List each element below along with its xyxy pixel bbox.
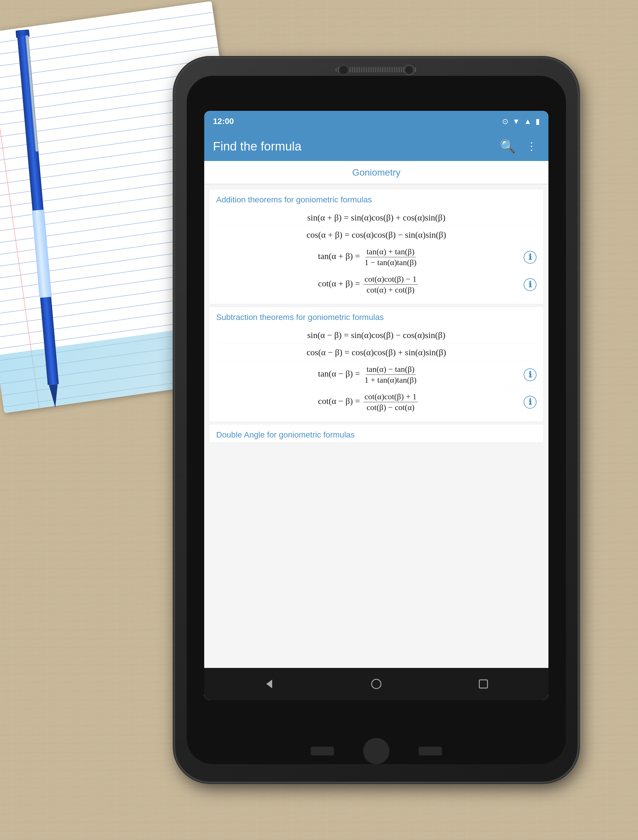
notification-icon: ⊙ <box>502 117 509 126</box>
signal-icon: ▲ <box>524 117 532 126</box>
info-button-tan-subtraction[interactable]: ℹ <box>524 368 537 381</box>
formula-row: sin(α + β) = sin(α)cos(β) + cos(α)sin(β) <box>216 209 537 226</box>
formula-tan-addition: tan(α + β) = tan(α) + tan(β) 1 − tan(α)t… <box>216 247 521 267</box>
svg-marker-0 <box>266 680 272 688</box>
wifi-icon: ▼ <box>513 117 520 126</box>
front-camera-left <box>338 65 349 75</box>
formula-cot-subtraction: cot(α − β) = cot(α)cot(β) + 1 cot(β) − c… <box>216 392 521 412</box>
formula-row: cos(α − β) = cos(α)cos(β) + sin(α)sin(β) <box>216 344 537 361</box>
formula-sin-subtraction: sin(α − β) = sin(α)cos(β) − cos(α)sin(β) <box>216 330 537 340</box>
app-bar: Find the formula 🔍 ⋮ <box>204 132 548 161</box>
addition-section: Addition theorems for goniometric formul… <box>209 189 544 304</box>
formula-row: cos(α + β) = cos(α)cos(β) − sin(α)sin(β) <box>216 226 537 243</box>
formula-cos-subtraction: cos(α − β) = cos(α)cos(β) + sin(α)sin(β) <box>216 347 537 357</box>
home-button[interactable] <box>365 672 388 696</box>
search-icon[interactable]: 🔍 <box>497 136 518 156</box>
info-button-cot-addition[interactable]: ℹ <box>524 278 537 291</box>
addition-section-title: Addition theorems for goniometric formul… <box>216 195 537 204</box>
hw-button-left <box>311 747 334 755</box>
formula-row: cot(α + β) = cot(α)cot(β) − 1 cot(α) + c… <box>216 271 537 298</box>
formulas-container: Addition theorems for goniometric formul… <box>204 184 548 447</box>
formula-sin-addition: sin(α + β) = sin(α)cos(β) + cos(α)sin(β) <box>216 213 537 223</box>
phone-device: 12:00 ⊙ ▼ ▲ ▮ Find the formula 🔍 ⋮ <box>175 58 578 782</box>
info-button-tan-addition[interactable]: ℹ <box>524 251 537 264</box>
info-button-cot-subtraction[interactable]: ℹ <box>524 396 537 409</box>
subtraction-section: Subtraction theorems for goniometric for… <box>209 306 544 422</box>
subtraction-section-title: Subtraction theorems for goniometric for… <box>216 313 537 322</box>
hw-button-center <box>363 738 390 764</box>
formula-row: cot(α − β) = cot(α)cot(β) + 1 cot(β) − c… <box>216 388 537 415</box>
phone-inner-bezel: 12:00 ⊙ ▼ ▲ ▮ Find the formula 🔍 ⋮ <box>187 76 566 764</box>
hw-button-right <box>418 747 442 755</box>
status-icons: ⊙ ▼ ▲ ▮ <box>502 117 540 126</box>
formula-row: tan(α − β) = tan(α) − tan(β) 1 + tan(α)t… <box>216 361 537 388</box>
formula-row: tan(α + β) = tan(α) + tan(β) 1 − tan(α)t… <box>216 243 537 271</box>
status-bar: 12:00 ⊙ ▼ ▲ ▮ <box>204 111 548 132</box>
svg-rect-2 <box>479 680 488 688</box>
status-time: 12:00 <box>213 117 234 126</box>
formula-cos-addition: cos(α + β) = cos(α)cos(β) − sin(α)sin(β) <box>216 230 537 240</box>
svg-point-1 <box>372 679 381 688</box>
recents-button[interactable] <box>472 672 495 696</box>
tab-goniometry[interactable]: Goniometry <box>346 167 406 178</box>
phone-screen: 12:00 ⊙ ▼ ▲ ▮ Find the formula 🔍 ⋮ <box>204 111 548 700</box>
battery-icon: ▮ <box>535 117 540 126</box>
formula-tan-subtraction: tan(α − β) = tan(α) − tan(β) 1 + tan(α)t… <box>216 365 521 385</box>
navigation-bar <box>204 668 548 700</box>
app-bar-icons: 🔍 ⋮ <box>497 136 540 156</box>
front-camera-right <box>404 65 414 75</box>
double-angle-section-title: Double Angle for goniometric formulas <box>216 430 537 439</box>
content-area: Goniometry Addition theorems for goniome… <box>204 161 548 700</box>
back-button[interactable] <box>257 672 281 696</box>
app-title: Find the formula <box>213 139 302 153</box>
formula-cot-addition: cot(α + β) = cot(α)cot(β) − 1 cot(α) + c… <box>216 275 521 295</box>
double-angle-section-partial: Double Angle for goniometric formulas <box>209 424 544 443</box>
more-options-icon[interactable]: ⋮ <box>524 138 540 155</box>
tab-bar: Goniometry <box>204 161 548 184</box>
formula-row: sin(α − β) = sin(α)cos(β) − cos(α)sin(β) <box>216 327 537 344</box>
